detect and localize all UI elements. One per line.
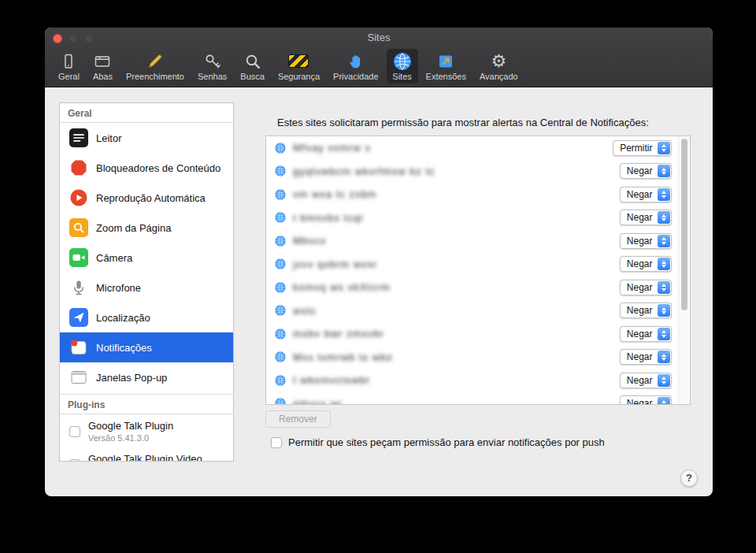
permission-popup[interactable]: Negar — [620, 373, 672, 388]
permission-value: Negar — [621, 165, 658, 176]
sidebar-item-label: Zoom da Página — [96, 222, 171, 234]
toolbar-item-extensoes[interactable]: Extensões — [421, 49, 472, 84]
toolbar-item-label: Busca — [240, 72, 265, 81]
remove-button[interactable]: Remover — [265, 410, 331, 428]
site-row: t bmxvbx tcqr Negar — [266, 206, 678, 230]
site-name-redacted: Mxs tvmrwb tx wbz — [293, 351, 393, 363]
site-name-redacted: t wbxmvctxwbr — [293, 374, 370, 386]
toolbar-item-label: Extensões — [426, 72, 466, 81]
permission-value: Negar — [621, 351, 658, 362]
toolbar-item-seguranca[interactable]: Segurança — [272, 49, 325, 84]
toolbar-item-label: Privacidade — [333, 72, 378, 81]
site-name-redacted: Mfvay vxmrw s — [293, 142, 371, 154]
permission-popup[interactable]: Negar — [620, 280, 672, 295]
popup-stepper-icon — [658, 235, 670, 247]
permission-popup[interactable]: Negar — [620, 349, 672, 365]
permission-popup[interactable]: Negar — [620, 163, 672, 179]
toolbar-item-label: Senhas — [198, 72, 227, 81]
sidebar-item-reproducao[interactable]: Reprodução Automática — [60, 183, 233, 213]
popup-stepper-icon — [658, 165, 670, 177]
plugin-item[interactable]: Google Talk Plugin Video... Versão 5.41.… — [60, 447, 233, 462]
toolbar-item-preenchimento[interactable]: Preenchimento — [120, 49, 190, 84]
notifications-icon — [69, 338, 88, 357]
sidebar-item-zoom[interactable]: Zoom da Página — [60, 213, 233, 243]
site-row: jxvv qxbrm wvxr Negar — [266, 253, 678, 276]
gear-icon: ⚙ — [491, 50, 506, 72]
popup-stepper-icon — [658, 351, 670, 363]
sidebar-item-camera[interactable]: Câmera — [60, 243, 233, 273]
toolbar-item-avancado[interactable]: ⚙ Avançado — [474, 49, 524, 84]
site-globe-icon — [274, 235, 287, 247]
site-globe-icon — [274, 374, 287, 387]
toolbar-item-busca[interactable]: Busca — [235, 49, 270, 84]
site-name-redacted: kxmvq ws vkXtcrm — [293, 281, 391, 293]
toolbar-item-label: Sites — [392, 72, 411, 81]
site-row: Mbvcx Negar — [266, 229, 678, 253]
toolbar-item-senhas[interactable]: Senhas — [192, 49, 232, 84]
popup-stepper-icon — [658, 188, 670, 201]
help-button[interactable]: ? — [680, 469, 698, 487]
site-row: t wbxmvctxwbr Negar — [266, 369, 678, 392]
site-name-redacted: mbvcx wr — [293, 398, 343, 404]
minimize-button[interactable] — [69, 34, 78, 43]
site-row: vm wxa tc zxbm Negar — [266, 183, 678, 206]
toolbar-item-geral[interactable]: Geral — [53, 49, 85, 84]
popup-stepper-icon — [658, 142, 670, 154]
push-permission-checkbox[interactable] — [271, 437, 282, 448]
site-name-redacted: t bmxvbx tcqr — [293, 212, 364, 224]
sidebar-item-label: Reprodução Automática — [96, 192, 206, 204]
permission-popup[interactable]: Negar — [620, 256, 672, 272]
toolbar-item-abas[interactable]: Abas — [87, 49, 118, 84]
scrollbar-thumb[interactable] — [681, 139, 687, 310]
sidebar-section-general: Geral — [60, 103, 233, 123]
site-globe-icon — [274, 397, 287, 404]
plugin-name: Google Talk Plugin Video... — [88, 453, 211, 462]
toolbar-item-privacidade[interactable]: Privacidade — [328, 49, 384, 84]
zoom-button[interactable] — [84, 34, 94, 43]
plugin-checkbox[interactable] — [69, 426, 80, 437]
traffic-lights — [53, 34, 94, 43]
site-row: mbvcx wr Negar — [266, 392, 678, 405]
page-zoom-icon — [69, 218, 88, 237]
permission-value: Negar — [621, 189, 658, 200]
popup-windows-icon — [69, 368, 88, 387]
general-icon — [59, 50, 78, 72]
permission-popup[interactable]: Negar — [620, 395, 672, 404]
title-bar[interactable]: Sites — [45, 28, 713, 48]
sidebar-item-leitor[interactable]: Leitor — [60, 123, 233, 153]
permission-popup[interactable]: Negar — [620, 187, 672, 202]
site-globe-icon — [274, 142, 287, 154]
site-globe-icon — [274, 258, 287, 270]
sidebar-item-notificacoes[interactable]: Notificações — [60, 332, 233, 362]
popup-stepper-icon — [658, 281, 670, 294]
sidebar-item-label: Notificações — [96, 342, 152, 354]
sidebar-item-label: Leitor — [96, 132, 122, 144]
permission-value: Negar — [621, 236, 658, 247]
globe-icon — [392, 50, 413, 72]
sidebar-item-localizacao[interactable]: Localização — [60, 302, 233, 332]
sidebar-item-label: Localização — [96, 312, 150, 324]
sidebar-item-popup[interactable]: Janelas Pop-up — [60, 362, 233, 392]
close-button[interactable] — [53, 34, 62, 43]
pencil-icon — [146, 50, 165, 72]
plugin-checkbox[interactable] — [69, 459, 80, 462]
vertical-scrollbar[interactable] — [678, 136, 690, 404]
toolbar-item-sites[interactable]: Sites — [387, 49, 418, 84]
camera-icon — [69, 248, 88, 267]
microphone-icon — [69, 278, 88, 297]
window-title: Sites — [45, 28, 713, 48]
permission-popup[interactable]: Negar — [620, 210, 672, 225]
sidebar-item-bloqueadores[interactable]: Bloqueadores de Conteúdo — [60, 153, 233, 183]
permission-popup[interactable]: Negar — [620, 233, 672, 249]
site-row: gyqtvwbcm wkvrfmxw bz tc Negar — [266, 160, 678, 184]
sidebar-item-microfone[interactable]: Microfone — [60, 273, 233, 302]
toolbar-item-label: Abas — [93, 72, 113, 81]
notifications-instruction: Estes sites solicitaram permissão para m… — [277, 117, 695, 128]
permission-popup[interactable]: Negar — [620, 326, 672, 342]
plugin-name: Google Talk Plugin — [88, 420, 173, 432]
reader-icon — [69, 128, 88, 147]
plugin-item[interactable]: Google Talk Plugin Versão 5.41.3.0 — [60, 414, 233, 447]
site-name-redacted: jxvv qxbrm wvxr — [293, 258, 377, 270]
permission-popup[interactable]: Negar — [620, 302, 672, 318]
permission-popup[interactable]: Permitir — [613, 140, 672, 156]
